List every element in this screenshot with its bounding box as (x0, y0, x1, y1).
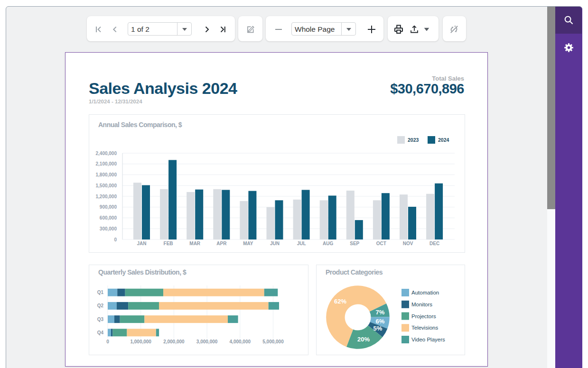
svg-text:1,800,000: 1,800,000 (96, 172, 117, 177)
svg-text:2,100,000: 2,100,000 (96, 161, 117, 166)
svg-text:0: 0 (114, 237, 117, 242)
svg-text:FEB: FEB (164, 241, 173, 246)
svg-text:AUG: AUG (323, 241, 333, 246)
svg-text:MAR: MAR (189, 241, 201, 246)
svg-text:1,500,000: 1,500,000 (96, 183, 117, 188)
svg-text:Q3: Q3 (97, 317, 104, 322)
svg-text:Q2: Q2 (97, 303, 104, 308)
svg-text:0: 0 (106, 339, 109, 344)
svg-text:JAN: JAN (137, 241, 146, 246)
svg-text:Q1: Q1 (97, 290, 104, 295)
svg-text:7%: 7% (376, 309, 385, 316)
svg-text:DEC: DEC (429, 241, 439, 246)
svg-text:300,000: 300,000 (100, 226, 117, 231)
svg-text:3,000,000: 3,000,000 (196, 339, 218, 344)
svg-text:Product Categories: Product Categories (326, 268, 383, 276)
svg-text:Q4: Q4 (97, 330, 104, 335)
svg-text:JUL: JUL (297, 241, 306, 246)
svg-text:6%: 6% (376, 318, 385, 325)
svg-text:MAY: MAY (243, 241, 253, 246)
svg-text:1,000,000: 1,000,000 (130, 339, 151, 344)
svg-text:Televisions: Televisions (411, 325, 438, 331)
svg-text:OCT: OCT (376, 241, 386, 246)
svg-text:JUN: JUN (270, 241, 280, 246)
svg-text:SEP: SEP (350, 241, 359, 246)
svg-text:20%: 20% (357, 336, 370, 343)
svg-text:2024: 2024 (438, 137, 449, 143)
svg-text:1,200,000: 1,200,000 (96, 194, 117, 199)
svg-text:Projectors: Projectors (411, 313, 436, 319)
svg-text:NOV: NOV (403, 241, 413, 246)
svg-text:2,000,000: 2,000,000 (163, 339, 185, 344)
svg-text:5,000,000: 5,000,000 (262, 339, 284, 344)
svg-text:600,000: 600,000 (100, 215, 117, 221)
svg-text:2,400,000: 2,400,000 (96, 151, 117, 156)
svg-text:APR: APR (216, 241, 227, 246)
svg-text:4,000,000: 4,000,000 (230, 339, 251, 344)
svg-text:900,000: 900,000 (100, 204, 117, 210)
svg-text:5%: 5% (373, 325, 383, 332)
svg-text:Video Players: Video Players (411, 337, 445, 342)
svg-text:Monitors: Monitors (411, 302, 432, 307)
svg-text:62%: 62% (334, 298, 346, 305)
svg-text:2023: 2023 (408, 137, 419, 143)
svg-text:Quarterly Sales Distribution,: Quarterly Sales Distribution, $ (98, 268, 187, 276)
svg-text:Annual Sales Comparison, $: Annual Sales Comparison, $ (98, 121, 182, 129)
svg-text:Automation: Automation (411, 290, 439, 295)
